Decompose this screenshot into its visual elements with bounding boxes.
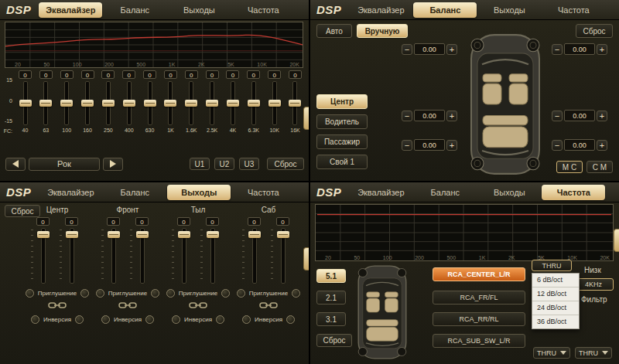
tab-frequency[interactable]: Частота	[231, 2, 295, 18]
mute-right-checkbox[interactable]	[80, 289, 89, 298]
output-level-slider[interactable]	[135, 228, 149, 284]
memory-u3-button[interactable]: U3	[239, 158, 259, 170]
slider-thumb[interactable]	[185, 100, 197, 107]
slider-thumb[interactable]	[66, 231, 78, 238]
band-slider[interactable]	[185, 81, 198, 125]
invert-left-checkbox[interactable]	[31, 315, 39, 324]
band-slider[interactable]	[81, 81, 94, 125]
tab-frequency[interactable]: Частота	[231, 185, 295, 200]
slider-thumb[interactable]	[178, 231, 190, 238]
balance-preset-custom1[interactable]: Свой 1	[316, 155, 368, 169]
slope-current-value[interactable]: THRU	[532, 260, 572, 271]
invert-left-checkbox[interactable]	[172, 315, 180, 324]
band-slider[interactable]	[60, 81, 74, 125]
mute-right-checkbox[interactable]	[292, 289, 300, 298]
slider-thumb[interactable]	[277, 231, 289, 238]
channel-rca-front-button[interactable]: RCA_FR/FL	[433, 291, 525, 304]
tab-frequency[interactable]: Частота	[542, 185, 605, 200]
slider-thumb[interactable]	[136, 231, 149, 238]
balance-manual-button[interactable]: Вручную	[357, 24, 408, 38]
band-slider[interactable]	[247, 81, 260, 125]
band-slider[interactable]	[39, 81, 53, 125]
slider-thumb[interactable]	[39, 100, 52, 107]
channel-rca-sub-button[interactable]: RCA_SUB_SW_L/R	[433, 334, 525, 348]
slider-thumb[interactable]	[37, 231, 50, 238]
mode-2-1-button[interactable]: 2.1	[316, 291, 346, 304]
tab-outputs[interactable]: Выходы	[167, 185, 231, 200]
decrease-button[interactable]	[402, 140, 412, 151]
preset-select[interactable]: Рок	[29, 158, 100, 171]
band-slider[interactable]	[143, 81, 156, 125]
increase-button[interactable]	[446, 140, 457, 151]
band-slider[interactable]	[19, 81, 32, 125]
band-slider[interactable]	[206, 81, 219, 125]
tab-equalizer[interactable]: Эквалайзер	[39, 2, 102, 18]
slider-thumb[interactable]	[248, 231, 261, 238]
slider-thumb[interactable]	[102, 100, 115, 107]
preset-next-button[interactable]	[103, 158, 123, 171]
slider-thumb[interactable]	[268, 100, 281, 107]
increase-button[interactable]	[597, 44, 607, 55]
tab-outputs[interactable]: Выходы	[477, 185, 541, 200]
link-channels-icon[interactable]	[118, 301, 138, 309]
output-level-slider[interactable]	[276, 228, 289, 284]
mode-3-1-button[interactable]: 3.1	[316, 312, 346, 326]
band-slider[interactable]	[289, 81, 302, 125]
tab-outputs[interactable]: Выходы	[477, 2, 541, 18]
slider-thumb[interactable]	[227, 100, 239, 107]
output-level-slider[interactable]	[65, 228, 78, 284]
invert-right-checkbox[interactable]	[145, 315, 154, 324]
invert-left-checkbox[interactable]	[242, 315, 251, 324]
balance-preset-center[interactable]: Центр	[316, 94, 368, 109]
sub-filter-dropdown-1[interactable]: THRU	[533, 347, 570, 359]
slider-thumb[interactable]	[164, 100, 176, 107]
slider-thumb[interactable]	[19, 100, 32, 107]
balance-auto-button[interactable]: Авто	[316, 24, 352, 38]
freq-reset-button[interactable]: Сброс	[316, 334, 352, 347]
mute-right-checkbox[interactable]	[221, 289, 230, 298]
preset-prev-button[interactable]	[5, 158, 26, 171]
slider-thumb[interactable]	[123, 100, 135, 107]
decrease-button[interactable]	[402, 111, 412, 121]
slope-option[interactable]: 36 dB/oct	[532, 315, 579, 328]
band-slider[interactable]	[101, 81, 115, 125]
tab-balance[interactable]: Баланс	[413, 2, 477, 18]
mute-left-checkbox[interactable]	[26, 289, 34, 298]
output-level-slider[interactable]	[177, 228, 190, 284]
output-level-slider[interactable]	[248, 228, 261, 284]
cm-button[interactable]: C M	[587, 161, 613, 173]
slider-thumb[interactable]	[248, 100, 260, 107]
tab-equalizer[interactable]: Эквалайзер	[349, 2, 412, 18]
invert-right-checkbox[interactable]	[216, 315, 224, 324]
output-level-slider[interactable]	[36, 228, 50, 284]
mc-button[interactable]: M C	[556, 161, 583, 173]
balance-reset-button[interactable]: Сброс	[576, 24, 613, 38]
eq-reset-button[interactable]: Сброс	[267, 158, 304, 170]
slider-thumb[interactable]	[81, 100, 94, 107]
mute-left-checkbox[interactable]	[96, 289, 104, 298]
band-slider[interactable]	[226, 81, 239, 125]
link-channels-icon[interactable]	[188, 301, 208, 309]
band-slider[interactable]	[268, 81, 281, 125]
band-slider[interactable]	[122, 81, 135, 125]
slider-thumb[interactable]	[207, 231, 219, 238]
side-drawer-handle[interactable]	[303, 107, 309, 130]
tab-equalizer[interactable]: Эквалайзер	[349, 185, 412, 200]
slope-option[interactable]: 12 dB/oct	[532, 287, 579, 301]
link-channels-icon[interactable]	[47, 301, 67, 309]
sub-filter-dropdown-2[interactable]: THRU	[575, 347, 612, 359]
output-level-slider[interactable]	[107, 228, 120, 284]
side-drawer-handle[interactable]	[614, 229, 619, 252]
slider-thumb[interactable]	[60, 100, 73, 107]
invert-left-checkbox[interactable]	[101, 315, 110, 324]
slider-thumb[interactable]	[206, 100, 218, 107]
link-channels-icon[interactable]	[258, 301, 279, 309]
balance-preset-driver[interactable]: Водитель	[316, 114, 368, 129]
tab-frequency[interactable]: Частота	[542, 2, 605, 18]
tab-balance[interactable]: Баланс	[103, 185, 166, 200]
mode-5-1-button[interactable]: 5.1	[316, 269, 346, 283]
memory-u2-button[interactable]: U2	[214, 158, 234, 170]
increase-button[interactable]	[597, 111, 607, 121]
mute-left-checkbox[interactable]	[237, 289, 245, 298]
increase-button[interactable]	[446, 111, 457, 121]
